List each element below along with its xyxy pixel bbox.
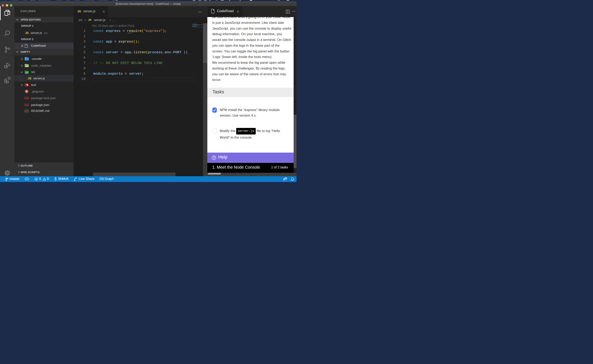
svg-text:npm: npm [25,104,28,106]
svg-text:npm: npm [25,98,28,99]
svg-text:JS: JS [27,65,28,67]
svg-text:M: M [25,110,27,112]
